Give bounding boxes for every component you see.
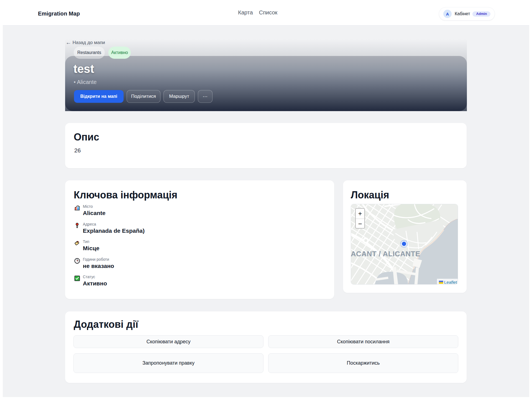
svg-text:Leaflet: Leaflet — [444, 280, 457, 285]
svg-text:ALACANT / ALICANTE: ALACANT / ALICANTE — [351, 250, 420, 258]
